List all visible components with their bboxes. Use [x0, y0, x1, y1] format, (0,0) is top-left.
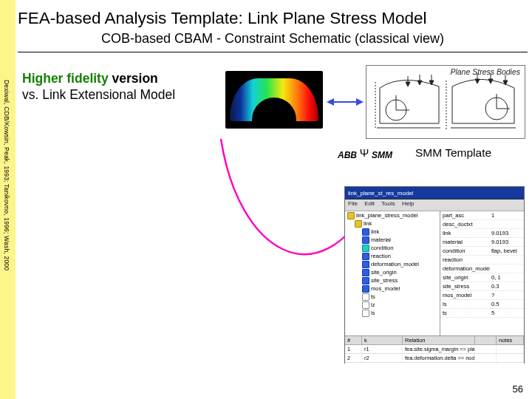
tree-node[interactable]: lz [345, 301, 440, 309]
relations-grid[interactable]: # k Relation notes 1r1fea.site.sigma_mar… [345, 335, 524, 366]
divider [18, 52, 528, 52]
properties-panel[interactable]: part_asc1desc_doctxtlink9.0193material9.… [440, 211, 524, 335]
prop-key: ts [440, 309, 490, 317]
psi-symbol: Ψ [360, 146, 369, 159]
window-titlebar[interactable]: link_plane_st_res_model [345, 187, 524, 200]
grid-header: # k Relation notes [345, 336, 524, 345]
svg-marker-14 [406, 82, 410, 86]
prop-value [490, 265, 524, 273]
tree-node[interactable]: mos_model [345, 284, 440, 293]
prop-key: site_stress [440, 282, 490, 290]
prop-value: 0.3 [490, 282, 524, 290]
node-icon [362, 236, 369, 244]
menubar[interactable]: File Edit Tools Help [345, 200, 524, 211]
note-line-1: Higher fidelity version [22, 71, 158, 86]
node-icon [362, 228, 369, 236]
node-icon [362, 301, 369, 309]
side-credit: Dexiwal, CDB/Kowsin, Peak, 1993; Tanikov… [3, 80, 10, 270]
prop-value: 1 [490, 211, 524, 219]
prop-key: link [440, 229, 490, 237]
property-row[interactable]: desc_doctxt [440, 220, 524, 229]
menu-file[interactable]: File [348, 200, 358, 207]
tree-node[interactable]: reaction [345, 252, 440, 260]
tree-node[interactable]: link [345, 219, 440, 228]
page-title: FEA-based Analysis Template: Link Plane … [18, 9, 528, 28]
menu-help[interactable]: Help [402, 200, 414, 207]
prop-value: flap, bevel [490, 247, 524, 255]
tree-node[interactable]: site_stress [345, 276, 440, 284]
grid-cell [497, 354, 524, 362]
prop-key: ls [440, 300, 490, 308]
node-icon [362, 285, 369, 293]
prop-key: part_asc [440, 211, 490, 219]
node-label: material [371, 236, 391, 243]
double-arrow-icon [327, 96, 364, 108]
grid-row[interactable]: 1r1fea.site.sigma_margin == plane_stress… [345, 345, 524, 354]
grid-cell: 2 [345, 354, 362, 362]
grid-cell: fea.site.sigma_margin == plane_stress_bo… [403, 345, 475, 353]
prop-value: ? [490, 291, 524, 299]
grid-cell: fea.deformation.delta == node(n2,primary… [403, 354, 475, 362]
prop-key: mos_model [440, 291, 490, 299]
node-icon [362, 277, 369, 284]
node-label: link [371, 228, 379, 235]
property-row[interactable]: ls0.5 [440, 300, 524, 309]
grid-cell [475, 345, 497, 353]
property-row[interactable]: conditionflap, bevel [440, 247, 524, 256]
tree-node[interactable]: material [345, 236, 440, 244]
col-notes: notes [497, 336, 524, 344]
grid-cell [497, 345, 524, 353]
tree-node[interactable]: ls [345, 309, 440, 317]
property-row[interactable]: part_asc1 [440, 211, 524, 220]
tree-node[interactable]: deformation_model [345, 260, 440, 268]
property-row[interactable]: site_origin0, 1 [440, 273, 524, 282]
tree-node[interactable]: link [345, 228, 440, 236]
svg-marker-2 [356, 98, 364, 106]
tree-node[interactable]: condition [345, 244, 440, 252]
prop-key: site_origin [440, 273, 490, 282]
tree-node[interactable]: link_plane_stress_model [345, 211, 440, 219]
abb-psi-smm-label: ABB Ψ SMM [338, 146, 392, 160]
node-label: ls [371, 310, 375, 316]
fea-result-thumbnail [225, 71, 323, 129]
node-label: deformation_model [371, 261, 419, 267]
node-label: ts [371, 293, 375, 300]
property-row[interactable]: mos_model? [440, 291, 524, 300]
menu-tools[interactable]: Tools [381, 200, 395, 207]
page-number: 56 [513, 383, 523, 395]
fea-cutout [252, 98, 296, 123]
node-label: site_stress [371, 277, 398, 284]
prop-key: desc_doctxt [440, 220, 490, 228]
property-row[interactable]: ts5 [440, 309, 524, 318]
menu-edit[interactable]: Edit [364, 200, 375, 207]
node-icon [362, 245, 369, 252]
col-num: # [345, 336, 362, 344]
prop-key: material [440, 238, 490, 246]
node-label: lz [371, 301, 375, 308]
node-label: link_plane_stress_model [356, 212, 418, 219]
prop-key: condition [440, 247, 490, 255]
grid-cell [475, 354, 497, 362]
node-icon [362, 269, 369, 276]
tree-node[interactable]: ts [345, 293, 440, 301]
svg-marker-20 [475, 79, 480, 83]
note-rest: version [109, 71, 158, 86]
node-label: site_origin [371, 269, 397, 276]
prop-value: 0, 1 [490, 273, 524, 282]
grid-cell: r1 [362, 345, 403, 353]
svg-marker-22 [488, 79, 493, 83]
node-icon [362, 310, 369, 317]
grid-cell: r2 [362, 354, 403, 362]
grid-row[interactable]: 2r2fea.deformation.delta == node(n2,prim… [345, 354, 524, 363]
node-label: condition [371, 245, 393, 251]
property-row[interactable]: deformation_model [440, 265, 524, 273]
property-row[interactable]: material9.0193 [440, 238, 524, 247]
property-row[interactable]: site_stress0.3 [440, 282, 524, 291]
tree-panel[interactable]: link_plane_stress_modellinklinkmaterialc… [345, 211, 440, 335]
abb-text: ABB [338, 150, 357, 160]
tree-node[interactable]: site_origin [345, 268, 440, 276]
property-row[interactable]: reaction [440, 256, 524, 265]
property-row[interactable]: link9.0193 [440, 229, 524, 238]
prop-key: reaction [440, 256, 490, 264]
prop-value: 9.0193 [490, 229, 524, 237]
